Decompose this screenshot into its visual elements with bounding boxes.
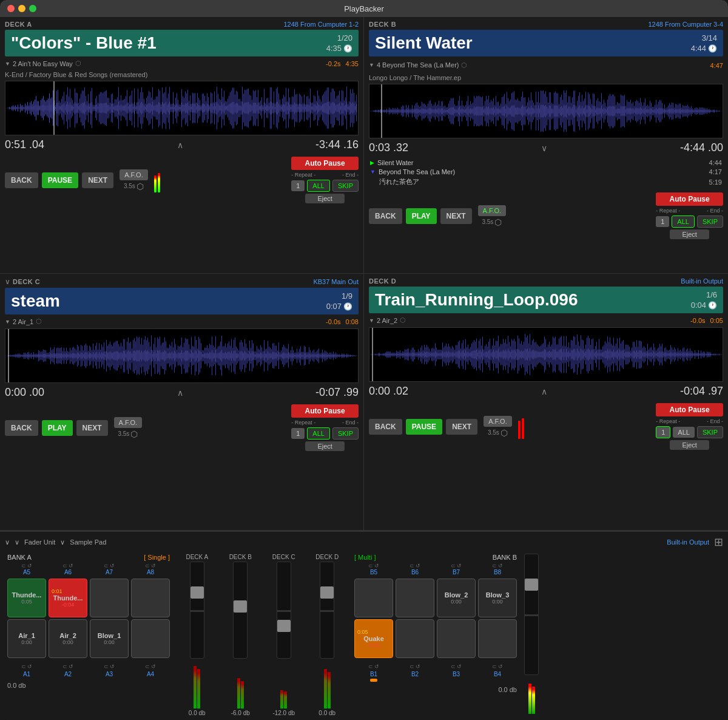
pad-label-b3: B3 xyxy=(437,671,476,678)
pad-b7[interactable]: Blow_2 0:00 xyxy=(437,579,476,617)
deck-a-auto-pause-button[interactable]: Auto Pause xyxy=(291,157,359,170)
deck-b-album: Longo Longo / The Hammer.ep xyxy=(369,73,723,82)
pad-a2[interactable]: Air_2 0:00 xyxy=(49,619,87,658)
deck-d-eject-button[interactable]: Eject xyxy=(670,440,709,450)
deck-b-auto-pause-button[interactable]: Auto Pause xyxy=(656,192,723,206)
deck-b-repeat-num[interactable]: 1 xyxy=(656,216,669,227)
pad-icons-b2: ⊂ ↺ xyxy=(410,664,421,670)
deck-d-next-button[interactable]: NEXT xyxy=(446,419,477,435)
deck-c-all-button[interactable]: ALL xyxy=(307,427,330,440)
fader-thumb-deck-b[interactable] xyxy=(234,600,247,613)
deck-c-repeat-num[interactable]: 1 xyxy=(291,428,305,439)
fader-track-deck-b[interactable] xyxy=(233,562,248,659)
deck-a-all-button[interactable]: ALL xyxy=(307,180,330,192)
deck-a-back-button[interactable]: BACK xyxy=(5,172,38,188)
deck-c-next-button[interactable]: NEXT xyxy=(76,420,108,436)
fader-dropdown[interactable]: ∨ xyxy=(60,538,65,546)
minimize-button[interactable] xyxy=(18,5,25,12)
deck-d-repeat-num[interactable]: 1 xyxy=(656,426,670,438)
deck-d-chevron[interactable]: ∧ xyxy=(541,387,547,396)
pad-b8[interactable]: Blow_3 0:00 xyxy=(478,579,517,617)
deck-c-play-button[interactable]: PLAY xyxy=(42,420,73,436)
deck-b-time-current: 0:03 .32 xyxy=(369,141,408,154)
deck-d-afo-stepper[interactable]: ⬡ xyxy=(500,428,508,438)
pad-b3[interactable] xyxy=(437,619,476,658)
pad-b5[interactable] xyxy=(354,579,393,617)
deck-b-all-button[interactable]: ALL xyxy=(672,216,695,228)
pad-a7[interactable] xyxy=(90,579,129,617)
deck-c-skip-button[interactable]: SKIP xyxy=(332,427,359,440)
pad-a8[interactable] xyxy=(131,579,170,617)
bank-a-db: 0.0 db xyxy=(7,682,26,689)
deck-b-time-remaining: -4:44 .00 xyxy=(680,141,723,154)
fader-thumb-deck-a[interactable] xyxy=(190,586,204,599)
bottom-collapse-1[interactable]: ∨ xyxy=(5,538,10,546)
deck-d-afo-button[interactable]: A.F.O. xyxy=(484,416,512,427)
fader-track-deck-a[interactable] xyxy=(190,562,204,659)
deck-a-pause-button[interactable]: PAUSE xyxy=(42,172,78,188)
deck-b-skip-button[interactable]: SKIP xyxy=(697,216,723,228)
pad-a6[interactable]: 0:01 Thunde... -0:04 xyxy=(49,579,87,617)
deck-b-repeat-label: - Repeat - xyxy=(656,208,680,214)
deck-a-chevron[interactable]: ∧ xyxy=(177,140,183,150)
maximize-button[interactable] xyxy=(29,5,36,12)
fader-thumb-deck-d[interactable] xyxy=(320,586,334,599)
deck-c-afo-button[interactable]: A.F.O. xyxy=(114,417,143,428)
fader-label-deck-c: DECK C xyxy=(272,554,295,560)
deck-b-next-button[interactable]: NEXT xyxy=(440,208,472,224)
pad-a5[interactable]: Thunde... 0:05 xyxy=(7,579,46,617)
pad-icons-b4: ⊂ ↺ xyxy=(492,664,504,670)
pad-label-b7: B7 xyxy=(453,569,460,576)
deck-c-time-current: 0:00 .00 xyxy=(5,386,44,399)
pad-a1[interactable]: Air_1 0:00 xyxy=(7,619,46,658)
deck-c: ∨ DECK C KB37 Main Out steam 1/9 0:07 🕐 … xyxy=(0,274,364,530)
deck-a-afo-button[interactable]: A.F.O. xyxy=(120,169,148,180)
deck-b-eject-button[interactable]: Eject xyxy=(670,229,709,239)
deck-a-skip-button[interactable]: SKIP xyxy=(332,180,359,192)
master-vu-meter xyxy=(528,678,535,714)
deck-b-chevron[interactable]: ∨ xyxy=(541,143,547,153)
close-button[interactable] xyxy=(7,5,15,12)
pad-icons-b1: ⊂ ↺ xyxy=(368,664,380,670)
deck-c-title-bar: steam 1/9 0:07 🕐 xyxy=(5,288,359,314)
pad-b6[interactable] xyxy=(396,579,434,617)
grid-view-icon[interactable]: ⊞ xyxy=(714,535,723,549)
deck-a-next-button[interactable]: NEXT xyxy=(82,172,113,188)
deck-c-eject-button[interactable]: Eject xyxy=(305,441,344,451)
fader-track-deck-c[interactable] xyxy=(277,562,291,659)
deck-d-skip-button[interactable]: SKIP xyxy=(697,426,723,438)
deck-a-cue-triangle: ▼ xyxy=(5,61,10,67)
deck-a-title-bar: "Colors" - Blue #1 1/20 4:35 🕐 xyxy=(5,30,359,56)
deck-c-chevron[interactable]: ∧ xyxy=(177,388,183,398)
vu-meter-deck-b xyxy=(237,660,244,708)
deck-b-afo-stepper[interactable]: ⬡ xyxy=(494,217,502,227)
pad-b4[interactable] xyxy=(478,619,517,658)
deck-c-afo-stepper[interactable]: ⬡ xyxy=(130,429,138,439)
deck-c-auto-pause-button[interactable]: Auto Pause xyxy=(291,404,359,418)
deck-a-eject-button[interactable]: Eject xyxy=(305,194,344,203)
deck-d-all-button[interactable]: ALL xyxy=(673,427,695,438)
bottom-collapse-2[interactable]: ∨ xyxy=(15,538,19,546)
fader-thumb-deck-c[interactable] xyxy=(277,620,291,632)
deck-a-afo-stepper[interactable]: ⬡ xyxy=(136,182,144,191)
deck-b-play-button[interactable]: PLAY xyxy=(406,208,437,224)
pad-icons-a5: ⊂ ↺ xyxy=(21,563,33,569)
pad-a3[interactable]: Blow_1 0:00 xyxy=(90,619,129,658)
deck-c-collapse[interactable]: ∨ xyxy=(5,277,10,286)
deck-c-time-remaining: -0:07 .99 xyxy=(315,386,359,399)
master-fader-thumb[interactable] xyxy=(525,579,538,591)
deck-d-auto-pause-button[interactable]: Auto Pause xyxy=(656,403,723,416)
deck-b-afo-button[interactable]: A.F.O. xyxy=(478,205,507,216)
deck-c-auto-pause-section: Auto Pause - Repeat - - End - 1 ALL SKIP… xyxy=(291,404,359,451)
deck-b-back-button[interactable]: BACK xyxy=(369,208,402,224)
deck-d-back-button[interactable]: BACK xyxy=(369,419,402,435)
pad-a4[interactable] xyxy=(131,619,170,658)
master-fader-track[interactable] xyxy=(524,554,539,675)
pad-b2[interactable] xyxy=(396,619,434,658)
deck-a-repeat-num[interactable]: 1 xyxy=(291,180,305,191)
deck-c-back-button[interactable]: BACK xyxy=(5,420,38,436)
fader-track-deck-d[interactable] xyxy=(320,562,334,659)
deck-d-pause-button[interactable]: PAUSE xyxy=(406,419,442,435)
pad-b1[interactable]: 0:05 Quake -0:02 xyxy=(354,619,393,658)
pad-label-b6: B6 xyxy=(411,569,419,576)
